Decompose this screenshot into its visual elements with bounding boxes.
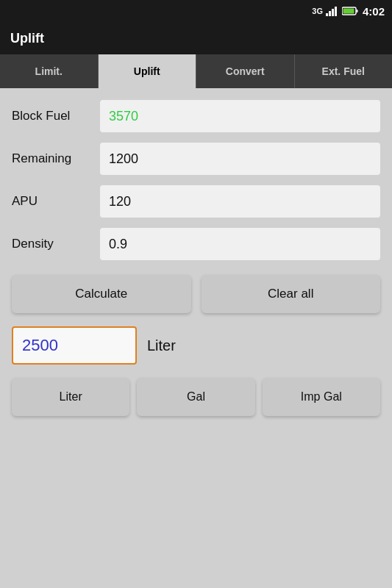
action-buttons: Calculate Clear all	[12, 275, 380, 313]
network-type: 3G	[312, 7, 323, 15]
svg-rect-2	[332, 9, 334, 16]
apu-label: APU	[12, 194, 100, 209]
tab-limit[interactable]: Limit.	[0, 54, 99, 88]
svg-rect-3	[335, 7, 337, 16]
result-row: Liter	[12, 326, 380, 365]
unit-buttons: Liter Gal Imp Gal	[12, 378, 380, 416]
density-row: Density	[12, 228, 380, 260]
remaining-row: Remaining	[12, 143, 380, 175]
tab-uplift[interactable]: Uplift	[99, 54, 197, 88]
apu-input[interactable]	[100, 185, 380, 218]
gal-button[interactable]: Gal	[137, 378, 254, 416]
svg-rect-6	[343, 9, 354, 14]
svg-rect-5	[356, 10, 357, 12]
title-bar: Uplift	[0, 22, 392, 54]
block-fuel-row: Block Fuel	[12, 100, 380, 132]
svg-rect-1	[329, 11, 331, 16]
liter-button[interactable]: Liter	[12, 378, 129, 416]
tab-ext-fuel[interactable]: Ext. Fuel	[295, 54, 393, 88]
imp-gal-button[interactable]: Imp Gal	[263, 378, 380, 416]
app-title: Uplift	[10, 31, 44, 46]
signal-bars-icon	[326, 6, 339, 16]
apu-row: APU	[12, 185, 380, 218]
remaining-label: Remaining	[12, 151, 100, 166]
block-fuel-input[interactable]	[100, 100, 380, 132]
remaining-input[interactable]	[100, 143, 380, 175]
battery-icon	[342, 7, 358, 15]
result-input[interactable]	[12, 326, 137, 365]
svg-rect-0	[326, 13, 328, 16]
calculate-button[interactable]: Calculate	[12, 275, 191, 313]
tab-bar: Limit. Uplift Convert Ext. Fuel	[0, 54, 392, 88]
block-fuel-label: Block Fuel	[12, 109, 100, 123]
clear-all-button[interactable]: Clear all	[202, 275, 381, 313]
status-bar: 3G 4:02	[0, 0, 392, 22]
density-input[interactable]	[100, 228, 380, 260]
main-content: Block Fuel Remaining APU Density Calcula…	[0, 88, 392, 588]
tab-convert[interactable]: Convert	[196, 54, 295, 88]
clock-time: 4:02	[363, 5, 385, 18]
signal-icons: 3G	[312, 6, 358, 16]
density-label: Density	[12, 237, 100, 251]
result-unit-label: Liter	[147, 337, 176, 354]
